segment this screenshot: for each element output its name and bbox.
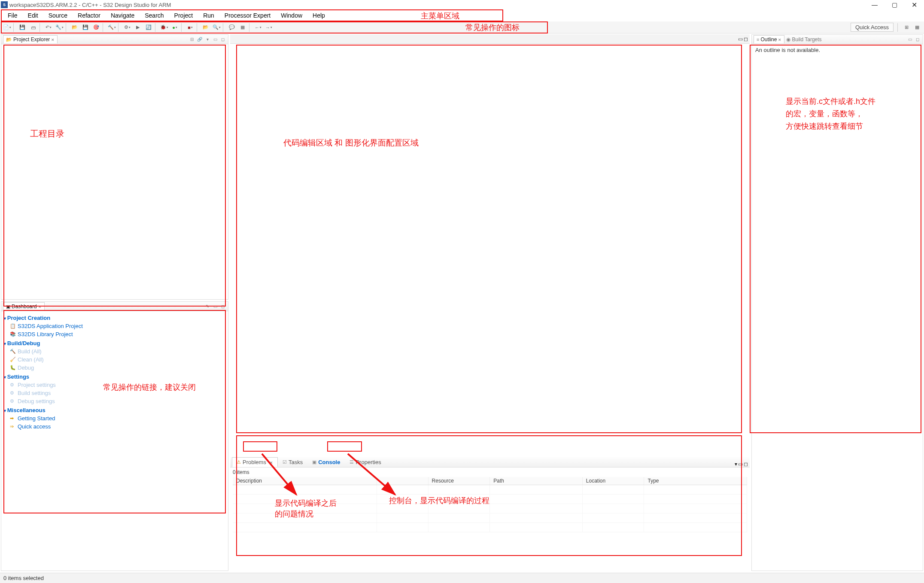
link-app-project[interactable]: S32DS Application Project bbox=[4, 322, 225, 330]
close-button[interactable]: ✕ bbox=[904, 0, 924, 9]
save-button[interactable] bbox=[17, 23, 27, 32]
link-quick-access[interactable]: Quick access bbox=[4, 422, 225, 431]
dashboard-body: Project Creation S32DS Application Proje… bbox=[1, 311, 228, 432]
build-file-button[interactable] bbox=[80, 23, 91, 32]
panel-header: Project Explorer ⊟ 🔗 ▾ ▭ ◻ bbox=[1, 35, 228, 44]
section-build-debug[interactable]: Build/Debug bbox=[4, 338, 225, 347]
forward-button[interactable] bbox=[264, 23, 274, 32]
close-tab-icon[interactable] bbox=[778, 36, 781, 43]
project-explorer-tab[interactable]: Project Explorer bbox=[3, 35, 58, 43]
gear-icon bbox=[10, 398, 16, 404]
menu-source[interactable]: Source bbox=[43, 11, 73, 20]
switch-button[interactable] bbox=[43, 23, 54, 32]
separator bbox=[40, 23, 42, 32]
panel-actions: ▭ ◻ bbox=[906, 36, 921, 43]
section-settings[interactable]: Settings bbox=[4, 372, 225, 381]
maximize-panel-icon[interactable]: ◻ bbox=[744, 36, 748, 42]
maximize-panel-icon[interactable]: ◻ bbox=[914, 36, 921, 43]
tab-console[interactable]: Console bbox=[307, 457, 345, 467]
close-tab-icon[interactable] bbox=[270, 459, 273, 465]
maximize-panel-icon[interactable]: ◻ bbox=[219, 303, 226, 310]
link-debug[interactable]: Debug bbox=[4, 364, 225, 372]
menu-processor-expert[interactable]: Processor Expert bbox=[219, 11, 276, 20]
open-type-button[interactable] bbox=[201, 23, 211, 32]
collapse-all-icon[interactable]: ⊟ bbox=[188, 36, 195, 43]
edit-icon[interactable]: ✎ bbox=[204, 303, 211, 310]
close-tab-icon[interactable] bbox=[51, 36, 55, 43]
menu-file[interactable]: File bbox=[3, 11, 23, 20]
col-resource[interactable]: Resource bbox=[428, 477, 490, 485]
menu-refactor[interactable]: Refactor bbox=[73, 11, 106, 20]
search-button[interactable] bbox=[211, 23, 222, 32]
annotation-label-dashboard: 常见操作的链接，建议关闭 bbox=[103, 382, 196, 392]
col-description[interactable]: Description bbox=[233, 477, 377, 485]
config-button[interactable]: ⚙ bbox=[122, 23, 132, 32]
maximize-panel-icon[interactable]: ◻ bbox=[219, 36, 226, 43]
dashboard-tab[interactable]: ▣ Dashboard bbox=[3, 302, 45, 310]
minimize-panel-icon[interactable]: ▭ bbox=[212, 36, 219, 43]
buildtarget-icon bbox=[786, 36, 790, 43]
tab-problems[interactable]: Problems bbox=[232, 457, 278, 467]
run-button[interactable] bbox=[170, 23, 180, 32]
toggle-button[interactable]: ▦ bbox=[237, 23, 248, 32]
menu-project[interactable]: Project bbox=[169, 11, 198, 20]
link-editor-icon[interactable]: 🔗 bbox=[196, 36, 203, 43]
col-blank[interactable] bbox=[377, 477, 428, 485]
back-button[interactable] bbox=[253, 23, 263, 32]
center-column: ▭ ◻ Problems Tasks Console Properties ▾ … bbox=[229, 33, 751, 572]
annotation-label-pe: 工程目录 bbox=[30, 128, 64, 140]
menu-window[interactable]: Window bbox=[276, 11, 307, 20]
col-path[interactable]: Path bbox=[490, 477, 583, 485]
maximize-button[interactable]: ▢ bbox=[884, 0, 904, 9]
build-targets-tab[interactable]: Build Targets bbox=[784, 36, 823, 43]
menu-navigate[interactable]: Navigate bbox=[106, 11, 140, 20]
link-build-all[interactable]: Build (All) bbox=[4, 347, 225, 355]
menu-help[interactable]: Help bbox=[307, 11, 330, 20]
ext-button[interactable] bbox=[185, 23, 195, 32]
start-icon bbox=[10, 416, 16, 421]
col-type[interactable]: Type bbox=[644, 477, 747, 485]
close-tab-icon[interactable] bbox=[38, 304, 42, 310]
minimize-panel-icon[interactable]: ▭ bbox=[738, 461, 743, 467]
view-menu-icon[interactable]: ▾ bbox=[735, 461, 737, 467]
link-clean-all[interactable]: Clean (All) bbox=[4, 355, 225, 364]
console-icon bbox=[312, 459, 316, 465]
tab-tasks[interactable]: Tasks bbox=[278, 457, 307, 467]
quick-access-field[interactable]: Quick Access bbox=[851, 23, 894, 32]
comment-button[interactable] bbox=[227, 23, 237, 32]
outline-tab[interactable]: Outline bbox=[754, 35, 784, 43]
menu-run[interactable]: Run bbox=[198, 11, 219, 20]
debug-button[interactable] bbox=[159, 23, 169, 32]
section-miscellaneous[interactable]: Miscellaneous bbox=[4, 405, 225, 414]
link-lib-project[interactable]: S32DS Library Project bbox=[4, 330, 225, 338]
target-button[interactable] bbox=[91, 23, 101, 32]
annotation-label-console: 控制台，显示代码编译的过程 bbox=[389, 495, 489, 506]
section-project-creation[interactable]: Project Creation bbox=[4, 313, 225, 322]
build-button[interactable] bbox=[106, 23, 117, 32]
minimize-panel-icon[interactable]: ▭ bbox=[906, 36, 913, 43]
menu-search[interactable]: Search bbox=[140, 11, 169, 20]
minimize-button[interactable]: — bbox=[865, 0, 884, 9]
minimize-panel-icon[interactable]: ▭ bbox=[738, 36, 743, 42]
link-getting-started[interactable]: Getting Started bbox=[4, 414, 225, 422]
update-button[interactable]: 🔄 bbox=[143, 23, 154, 32]
tab-properties[interactable]: Properties bbox=[345, 457, 386, 467]
project-explorer-panel: Project Explorer ⊟ 🔗 ▾ ▭ ◻ bbox=[1, 34, 228, 300]
new-button[interactable] bbox=[2, 23, 12, 32]
perspective-c-button[interactable] bbox=[912, 23, 922, 32]
wrench-button[interactable] bbox=[54, 23, 64, 32]
minimize-panel-icon[interactable]: ▭ bbox=[212, 303, 219, 310]
open-button[interactable] bbox=[70, 23, 80, 32]
menu-edit[interactable]: Edit bbox=[23, 11, 43, 20]
view-menu-icon[interactable]: ▾ bbox=[204, 36, 211, 43]
dashboard-icon: ▣ bbox=[6, 304, 10, 310]
separator bbox=[897, 23, 900, 32]
play-button[interactable] bbox=[133, 23, 143, 32]
link-debug-settings[interactable]: Debug settings bbox=[4, 397, 225, 405]
maximize-panel-icon[interactable]: ◻ bbox=[744, 461, 748, 467]
saveall-button[interactable] bbox=[28, 23, 38, 32]
col-location[interactable]: Location bbox=[582, 477, 644, 485]
perspective-open-button[interactable] bbox=[901, 23, 912, 32]
gear-icon bbox=[10, 390, 16, 396]
hammer-icon bbox=[10, 349, 16, 354]
